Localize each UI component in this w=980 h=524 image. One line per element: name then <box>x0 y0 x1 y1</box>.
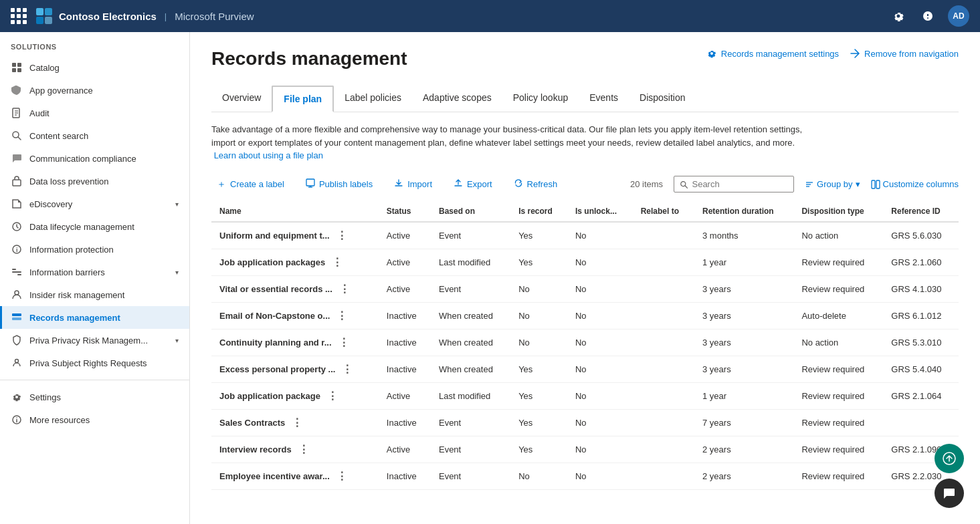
col-status: Status <box>379 201 431 222</box>
sidebar-item-data-loss-prevention[interactable]: Data loss prevention <box>0 170 189 192</box>
tab-policy-lookup[interactable]: Policy lookup <box>502 86 579 112</box>
sidebar-label: Information barriers <box>29 267 169 277</box>
row-menu-icon[interactable]: ⋮ <box>334 229 350 242</box>
records-management-settings-link[interactable]: Records management settings <box>706 48 839 59</box>
brand-area: Contoso Electronics | Microsoft Purview <box>35 7 881 25</box>
audit-icon <box>11 107 23 119</box>
help-icon[interactable] <box>918 7 937 25</box>
sidebar-item-data-lifecycle[interactable]: Data lifecycle management <box>0 215 189 238</box>
refresh-button[interactable]: Refresh <box>508 176 563 192</box>
cell-ref-id: GRS 5.4.040 <box>883 356 959 382</box>
customize-icon <box>871 180 880 189</box>
svg-rect-3 <box>45 17 52 24</box>
cell-relabel-to <box>633 382 694 409</box>
tab-events[interactable]: Events <box>579 86 629 112</box>
cell-retention: 1 year <box>694 249 793 275</box>
settings-icon[interactable] <box>889 7 908 25</box>
cell-ref-id: GRS 5.3.010 <box>883 329 959 356</box>
sidebar-item-priva-subject[interactable]: Priva Subject Rights Requests <box>0 352 189 374</box>
table-row[interactable]: Excess personal property ... ⋮ Inactive … <box>211 356 959 382</box>
sidebar-item-priva-privacy[interactable]: Priva Privacy Risk Managem... ▾ <box>0 329 189 352</box>
table-row[interactable]: Uniform and equipment t... ⋮ Active Even… <box>211 222 959 249</box>
tab-label-policies[interactable]: Label policies <box>334 86 412 112</box>
table-row[interactable]: Employee incentive awar... ⋮ Inactive Ev… <box>211 463 959 489</box>
sidebar-item-ediscovery[interactable]: eDiscovery ▾ <box>0 192 189 215</box>
fab-chat[interactable] <box>935 479 964 508</box>
tab-adaptive-scopes[interactable]: Adaptive scopes <box>412 86 502 112</box>
table-row[interactable]: Job application package ⋮ Active Last mo… <box>211 382 959 409</box>
tab-overview[interactable]: Overview <box>211 86 272 112</box>
row-menu-icon[interactable]: ⋮ <box>324 390 340 402</box>
table-row[interactable]: Vital or essential records ... ⋮ Active … <box>211 275 959 302</box>
file-plan-table: Name Status Based on Is record Is unlock… <box>211 201 959 490</box>
row-menu-icon[interactable]: ⋮ <box>339 363 355 376</box>
sidebar-item-more-resources[interactable]: More resources <box>0 408 189 431</box>
fab-upload[interactable] <box>935 444 964 473</box>
table-row[interactable]: Email of Non-Capstone o... ⋮ Inactive Wh… <box>211 302 959 329</box>
svg-rect-0 <box>36 8 43 15</box>
table-row[interactable]: Continuity planning and r... ⋮ Inactive … <box>211 329 959 356</box>
cell-relabel-to <box>633 329 694 356</box>
table-row[interactable]: Sales Contracts ⋮ Inactive Event Yes No … <box>211 409 959 436</box>
sidebar-item-information-barriers[interactable]: Information barriers ▾ <box>0 261 189 283</box>
row-menu-icon[interactable]: ⋮ <box>336 283 353 295</box>
items-count: 20 items <box>630 179 663 189</box>
app-governance-icon <box>11 84 23 96</box>
row-menu-icon[interactable]: ⋮ <box>289 416 305 429</box>
cell-retention: 3 years <box>694 329 793 356</box>
sidebar-item-records-management[interactable]: Records management <box>0 306 189 329</box>
sidebar-item-information-protection[interactable]: i Information protection <box>0 238 189 261</box>
cell-relabel-to <box>633 356 694 382</box>
sidebar-item-audit[interactable]: Audit <box>0 102 189 124</box>
sidebar-item-app-governance[interactable]: App governance <box>0 79 189 102</box>
group-by-button[interactable]: Group by ▾ <box>805 179 860 189</box>
create-label-button[interactable]: ＋ Create a label <box>211 176 290 193</box>
search-input[interactable] <box>692 179 788 189</box>
sidebar-item-content-search[interactable]: Content search <box>0 124 189 147</box>
tab-disposition[interactable]: Disposition <box>629 86 696 112</box>
remove-from-navigation-link[interactable]: Remove from navigation <box>850 48 959 59</box>
row-menu-icon[interactable]: ⋮ <box>336 336 352 349</box>
col-reference-id: Reference ID <box>883 201 959 222</box>
sidebar-label: Priva Subject Rights Requests <box>29 358 179 368</box>
fab-chat-icon <box>943 487 956 500</box>
page-header-actions: Records management settings Remove from … <box>706 48 959 59</box>
tab-file-plan[interactable]: File plan <box>272 86 334 112</box>
cell-retention: 7 years <box>694 409 793 436</box>
row-menu-icon[interactable]: ⋮ <box>329 256 345 269</box>
user-avatar[interactable]: AD <box>948 5 969 27</box>
export-button[interactable]: Export <box>448 176 498 192</box>
cell-name: Email of Non-Capstone o... ⋮ <box>211 302 379 329</box>
sidebar-label: Records management <box>29 313 179 323</box>
import-button[interactable]: Import <box>389 176 437 192</box>
cell-is-unlocked: No <box>567 409 633 436</box>
svg-rect-36 <box>876 180 880 188</box>
search-icon <box>11 130 23 142</box>
waffle-menu[interactable] <box>11 8 27 24</box>
settings-link-icon <box>706 48 717 59</box>
customize-columns-button[interactable]: Customize columns <box>871 179 959 189</box>
cell-is-record: Yes <box>510 409 567 436</box>
row-menu-icon[interactable]: ⋮ <box>334 470 350 483</box>
remove-nav-icon <box>850 48 860 59</box>
page-header-row: Records management Records management se… <box>211 48 959 80</box>
table-row[interactable]: Job application packages ⋮ Active Last m… <box>211 249 959 275</box>
svg-rect-14 <box>13 180 21 186</box>
description-learn-link[interactable]: Learn about using a file plan <box>214 150 323 160</box>
search-box[interactable] <box>674 176 794 192</box>
row-menu-icon[interactable]: ⋮ <box>296 443 312 456</box>
sidebar-item-communication-compliance[interactable]: Communication compliance <box>0 147 189 170</box>
cell-is-unlocked: No <box>567 463 633 489</box>
publish-labels-button[interactable]: Publish labels <box>300 176 378 192</box>
cell-disposition: Review required <box>793 463 883 489</box>
sidebar-item-settings[interactable]: Settings <box>0 386 189 408</box>
svg-rect-5 <box>17 63 21 67</box>
table-row[interactable]: Interview records ⋮ Active Event Yes No … <box>211 436 959 463</box>
sidebar-item-catalog[interactable]: Catalog <box>0 56 189 79</box>
sidebar-item-insider-risk[interactable]: Insider risk management <box>0 283 189 306</box>
cell-is-unlocked: No <box>567 222 633 249</box>
row-menu-icon[interactable]: ⋮ <box>334 309 350 322</box>
priva-subject-icon <box>11 357 23 369</box>
svg-point-20 <box>15 291 19 295</box>
cell-based-on: When created <box>431 302 510 329</box>
